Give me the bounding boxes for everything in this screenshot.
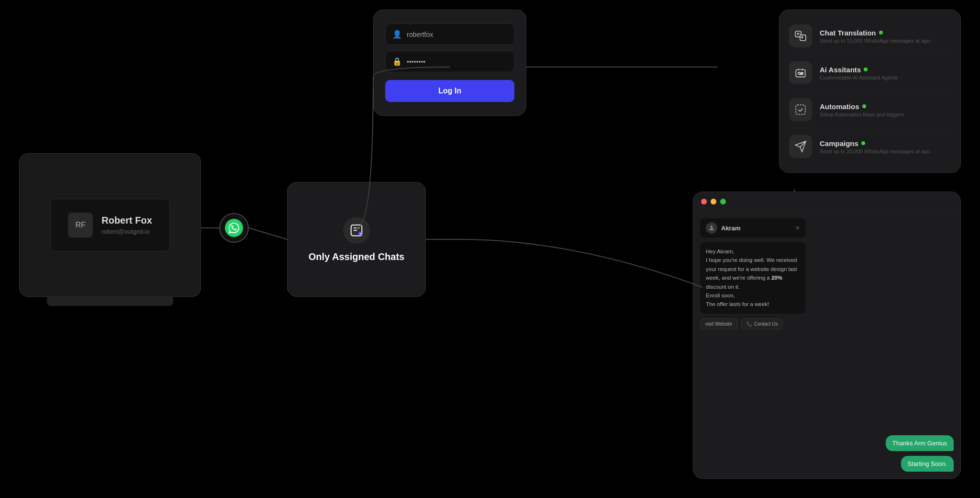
chat-translation-subtitle: Send up to 10,000 WhatsApp messages at a… — [820, 38, 932, 44]
login-card: 👤 robertfox 🔒 •••••••• Log In — [373, 10, 526, 116]
whatsapp-icon — [225, 219, 243, 237]
login-button[interactable]: Log In — [385, 80, 514, 102]
automations-text: Automatios Setup Automation flows and tr… — [820, 102, 904, 117]
bubble-thanks: Thanks Arm Genius — [886, 435, 954, 451]
contact-us-button[interactable]: 📞 Contact Us — [741, 318, 783, 329]
svg-point-7 — [358, 231, 362, 235]
chat-right-panel: Thanks Arm Genius Starting Soon. — [811, 218, 954, 472]
ai-assistants-icon: AI — [789, 61, 812, 84]
status-dot — [864, 68, 868, 71]
status-dot — [879, 31, 883, 34]
ai-assistants-text: Ai Assitants Customizable AI Assistant A… — [820, 66, 898, 80]
whatsapp-connector — [219, 213, 249, 243]
close-dot[interactable] — [701, 199, 707, 204]
chat-left-panel: Akram ✕ Hey Akram, I hope you're doing w… — [700, 218, 805, 472]
user-name: Robert Fox — [101, 215, 152, 226]
chat-translation-text: Chat Translation Send up to 10,000 Whats… — [820, 29, 932, 44]
campaigns-icon — [789, 135, 812, 158]
lock-icon: 🔒 — [392, 57, 402, 66]
user-info-display: RF Robert Fox robert@outgrid.io — [50, 199, 170, 251]
svg-rect-14 — [796, 105, 805, 114]
chat-translation-title: Chat Translation — [820, 29, 932, 37]
assigned-chats-label: Only Assigned Chats — [309, 251, 404, 262]
automations-icon — [789, 98, 812, 121]
maximize-dot[interactable] — [720, 199, 726, 204]
feature-item-automations: Automatios Setup Automation flows and tr… — [789, 91, 951, 128]
feature-item-campaigns: Campaigns Send up to 10,000 WhatsApp mes… — [789, 128, 951, 165]
bubble-starting: Starting Soon. — [901, 456, 954, 472]
chat-window: Akram ✕ Hey Akram, I hope you're doing w… — [693, 192, 961, 479]
feature-item-ai-assistants: AI Ai Assitants Customizable AI Assistan… — [789, 55, 951, 91]
chat-action-buttons: visit Website 📞 Contact Us — [700, 318, 805, 329]
automations-subtitle: Setup Automation flows and triggers — [820, 112, 904, 117]
user-laptop-card: RF Robert Fox robert@outgrid.io — [19, 153, 201, 297]
svg-point-15 — [711, 226, 713, 228]
assigned-chats-icon — [343, 217, 370, 244]
campaigns-text: Campaigns Send up to 10,000 WhatsApp mes… — [820, 139, 932, 154]
campaigns-subtitle: Send up to 10,000 WhatsApp messages at a… — [820, 148, 932, 154]
chat-body: Akram ✕ Hey Akram, I hope you're doing w… — [693, 212, 960, 478]
contact-avatar — [706, 222, 717, 234]
chat-titlebar — [693, 192, 960, 212]
user-details: Robert Fox robert@outgrid.io — [101, 215, 152, 235]
contact-pill: Akram ✕ — [700, 218, 805, 238]
chat-message: Hey Akram, I hope you're doing well. We … — [700, 242, 805, 314]
ai-assistants-title: Ai Assitants — [820, 66, 898, 74]
user-icon: 👤 — [392, 30, 402, 39]
contact-name: Akram — [721, 225, 740, 232]
minimize-dot[interactable] — [711, 199, 716, 204]
status-dot — [862, 104, 866, 108]
svg-line-1 — [249, 228, 287, 239]
password-value: •••••••• — [407, 58, 425, 66]
password-field[interactable]: 🔒 •••••••• — [385, 51, 514, 72]
features-panel: Chat Translation Send up to 10,000 Whats… — [779, 10, 961, 173]
user-email: robert@outgrid.io — [101, 228, 152, 235]
chat-translation-icon — [789, 24, 812, 47]
feature-item-chat-translation: Chat Translation Send up to 10,000 Whats… — [789, 18, 951, 55]
phone-icon: 📞 — [746, 321, 752, 327]
close-contact-button[interactable]: ✕ — [795, 225, 800, 231]
username-field[interactable]: 👤 robertfox — [385, 23, 514, 45]
svg-text:AI: AI — [800, 72, 802, 75]
ai-assistants-subtitle: Customizable AI Assistant Agents — [820, 75, 898, 80]
visit-website-button[interactable]: visit Website — [700, 318, 737, 329]
avatar: RF — [68, 213, 93, 238]
assigned-chats-card: Only Assigned Chats — [287, 182, 426, 297]
status-dot — [861, 141, 865, 145]
automations-title: Automatios — [820, 102, 904, 111]
username-value: robertfox — [407, 31, 433, 38]
campaigns-title: Campaigns — [820, 139, 932, 147]
